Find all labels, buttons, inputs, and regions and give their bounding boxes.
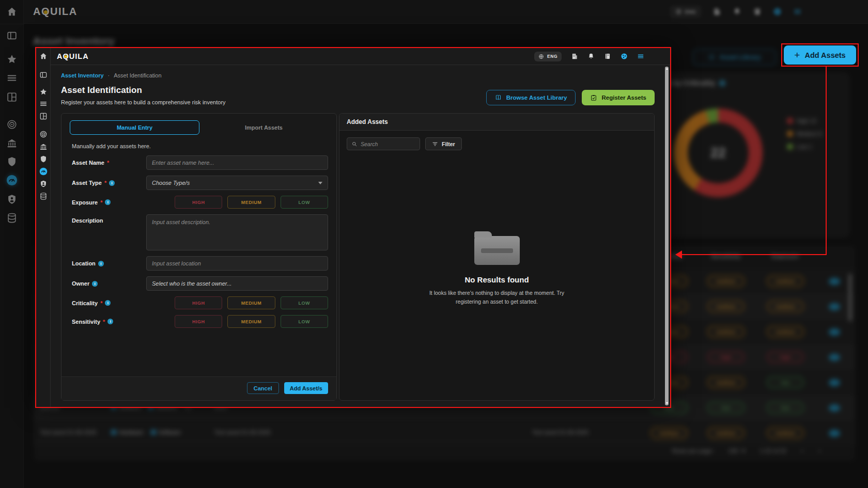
annotation-arrowhead <box>671 250 682 259</box>
info-icon[interactable] <box>109 180 115 186</box>
added-assets-title: Added Assets <box>347 118 388 125</box>
modal-header-icons: ENG <box>534 52 644 61</box>
language-label: ENG <box>547 54 557 59</box>
breadcrumb: Asset Inventory · Asset Identification <box>61 72 655 78</box>
criticality-levels: HIGH MEDIUM LOW <box>146 296 328 309</box>
chevron-down-icon <box>318 182 322 186</box>
shield-user-icon[interactable] <box>39 180 48 188</box>
info-icon[interactable] <box>107 319 113 324</box>
annotation-line-horizontal <box>677 254 827 255</box>
criticality-label: Criticality* <box>70 300 146 306</box>
modal-title: Asset Identification <box>61 85 226 96</box>
location-label: Location <box>70 260 146 266</box>
asset-type-label: Asset Type* <box>70 180 146 186</box>
sensitivity-label: Sensitivity* <box>70 319 146 325</box>
add-assets-button[interactable]: + Add Assets <box>784 45 856 65</box>
info-icon[interactable] <box>92 281 98 287</box>
add-assets-label: Add Assets <box>804 51 845 59</box>
cancel-button[interactable]: Cancel <box>247 382 279 394</box>
form-hint: Manually add your assets here. <box>72 143 328 149</box>
building-icon[interactable] <box>571 53 578 60</box>
database-icon[interactable] <box>39 192 48 200</box>
layout-panel-icon[interactable] <box>39 71 48 79</box>
add-asset-submit-button[interactable]: Add Asset/s <box>284 382 328 394</box>
manual-entry-form-card: Manual Entry Import Assets Manually add … <box>61 113 337 401</box>
annotation-line-vertical <box>826 67 827 255</box>
exposure-levels: HIGH MEDIUM LOW <box>146 196 328 209</box>
modal-sidebar-rail <box>36 48 51 407</box>
added-assets-panel: Added Assets Filter <box>339 113 655 401</box>
sensitivity-medium-button[interactable]: MEDIUM <box>227 315 275 328</box>
owner-select[interactable]: Select who is the asset owner... <box>146 276 328 291</box>
info-icon[interactable] <box>98 261 104 266</box>
empty-state-message: It looks like there's nothing to display… <box>420 289 575 306</box>
empty-state-title: No Results found <box>464 275 529 284</box>
language-selector[interactable]: ENG <box>534 52 562 61</box>
criticality-medium-button[interactable]: MEDIUM <box>227 296 275 309</box>
clipboard-icon <box>590 94 597 101</box>
filter-button[interactable]: Filter <box>425 137 462 150</box>
globe-icon <box>538 54 544 59</box>
search-input[interactable] <box>361 141 415 147</box>
browse-asset-library-button[interactable]: Browse Asset Library <box>486 90 576 105</box>
tab-manual-entry[interactable]: Manual Entry <box>70 120 199 135</box>
journal-icon[interactable] <box>604 53 611 60</box>
owner-label: Owner <box>70 280 146 287</box>
exposure-medium-button[interactable]: MEDIUM <box>227 196 275 209</box>
radar-icon[interactable] <box>39 130 48 138</box>
modal-header: AQUILA ENG <box>51 48 670 65</box>
modal-subtitle: Register your assets here to build a com… <box>61 99 226 105</box>
sensitivity-high-button[interactable]: HIGH <box>175 315 222 328</box>
asset-identification-modal: AQUILA ENG Asset Inventory · Asset Ident… <box>35 47 671 408</box>
bell-icon[interactable] <box>587 53 595 60</box>
asset-name-input[interactable] <box>146 155 328 170</box>
shield-icon[interactable] <box>39 155 48 163</box>
breadcrumb-parent[interactable]: Asset Inventory <box>61 72 104 78</box>
location-input[interactable] <box>146 256 328 271</box>
search-box[interactable] <box>347 137 420 150</box>
added-assets-header: Added Assets <box>339 114 654 131</box>
library-icon <box>495 94 502 101</box>
gauge-icon[interactable] <box>39 167 48 176</box>
star-icon[interactable] <box>39 88 48 96</box>
menu-icon[interactable] <box>39 100 48 108</box>
menu-icon[interactable] <box>637 53 644 60</box>
sensitivity-levels: HIGH MEDIUM LOW <box>146 315 328 328</box>
exposure-label: Exposure* <box>70 199 146 206</box>
globe-icon[interactable] <box>621 53 628 60</box>
plus-icon: + <box>794 50 800 61</box>
asset-name-label: Asset Name* <box>70 160 146 166</box>
tab-import-assets[interactable]: Import Assets <box>199 120 328 135</box>
modal-scrollbar[interactable] <box>665 67 669 405</box>
description-label: Description <box>70 217 146 224</box>
home-icon[interactable] <box>39 52 48 60</box>
breadcrumb-current: Asset Identification <box>114 72 161 78</box>
folder-icon <box>474 236 520 265</box>
kanban-icon[interactable] <box>39 112 48 120</box>
info-icon[interactable] <box>105 300 111 306</box>
exposure-high-button[interactable]: HIGH <box>175 196 222 209</box>
sensitivity-low-button[interactable]: LOW <box>281 315 328 328</box>
criticality-high-button[interactable]: HIGH <box>175 296 222 309</box>
criticality-low-button[interactable]: LOW <box>281 296 328 309</box>
aquila-logo: AQUILA <box>57 52 89 60</box>
asset-type-select[interactable]: Choose Type/s <box>146 176 328 190</box>
bank-icon[interactable] <box>39 143 48 151</box>
register-assets-button[interactable]: Register Assets <box>582 90 655 105</box>
filter-icon <box>432 141 438 147</box>
empty-state: No Results found It looks like there's n… <box>339 157 654 400</box>
description-textarea[interactable] <box>146 214 328 250</box>
info-icon[interactable] <box>105 199 111 205</box>
search-icon <box>351 141 358 147</box>
exposure-low-button[interactable]: LOW <box>281 196 328 209</box>
